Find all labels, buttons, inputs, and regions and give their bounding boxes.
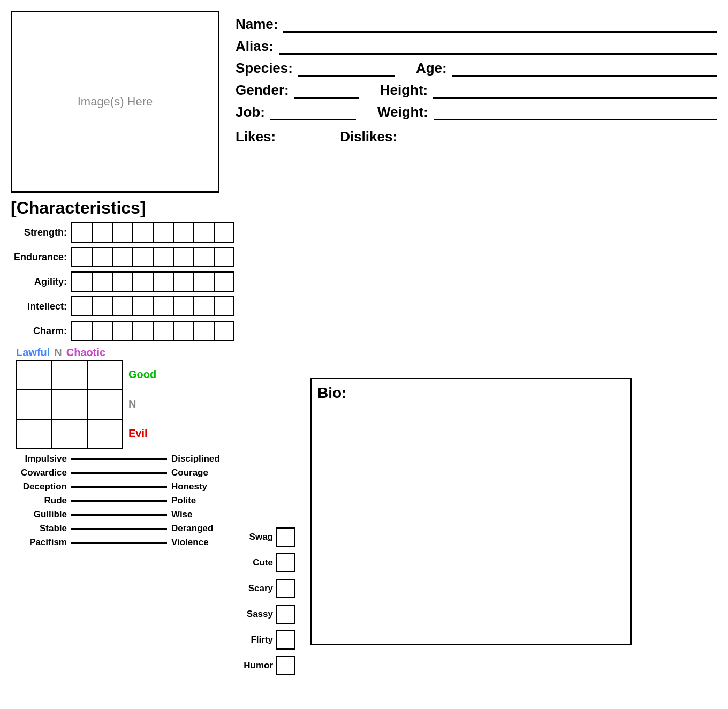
trait-line-5 [71, 528, 167, 530]
stat-row-2: Agility: [11, 271, 236, 292]
trait-right-6: Violence [171, 537, 236, 548]
alignment-cell-2 [52, 361, 88, 390]
weight-line [434, 116, 717, 120]
align-evil-label: Evil [128, 427, 156, 440]
trait-right-5: Deranged [171, 523, 236, 534]
checkbox-box-3[interactable] [276, 605, 295, 624]
checkbox-box-4[interactable] [276, 630, 295, 650]
species-age-row: Species: Age: [236, 60, 717, 77]
stat-box-2-2 [112, 271, 132, 292]
lower-section: Strength:Endurance:Agility:Intellect:Cha… [11, 222, 717, 682]
checkbox-label-2: Scary [236, 583, 273, 594]
trait-line-3 [71, 500, 167, 502]
stat-box-1-6 [193, 247, 214, 267]
checkbox-row-2: Scary [236, 579, 300, 598]
info-section: Name: Alias: Species: Age: Gender: Heigh… [236, 11, 717, 193]
weight-label: Weight: [377, 104, 428, 120]
checkbox-box-1[interactable] [276, 553, 295, 572]
trait-left-5: Stable [11, 523, 67, 534]
stat-label-1: Endurance: [11, 252, 67, 263]
stat-boxes-2 [71, 271, 234, 292]
alias-label: Alias: [236, 38, 274, 55]
checkbox-label-4: Flirty [236, 635, 273, 645]
bio-panel: Bio: [310, 378, 632, 645]
checkbox-row-4: Flirty [236, 630, 300, 650]
stat-box-4-0 [71, 321, 92, 341]
stat-box-3-5 [173, 296, 193, 316]
trait-row-1: CowardiceCourage [11, 467, 236, 478]
checkbox-box-5[interactable] [276, 656, 295, 675]
name-row: Name: [236, 16, 717, 33]
name-line [283, 28, 717, 33]
gender-height-row: Gender: Height: [236, 82, 717, 99]
trait-left-4: Gullible [11, 509, 67, 520]
stat-box-1-1 [92, 247, 112, 267]
job-label: Job: [236, 104, 265, 120]
checkbox-row-5: Humor [236, 656, 300, 675]
align-good-label: Good [128, 368, 156, 381]
checkbox-row-1: Cute [236, 553, 300, 572]
stat-boxes-0 [71, 222, 234, 243]
job-weight-row: Job: Weight: [236, 104, 717, 120]
align-chaotic-label: Chaotic [66, 346, 105, 359]
alias-row: Alias: [236, 38, 717, 55]
age-label: Age: [416, 60, 447, 77]
stat-box-3-4 [153, 296, 173, 316]
dislikes-label: Dislikes: [340, 129, 397, 145]
checkbox-row-0: Swag [236, 527, 300, 547]
species-line [298, 72, 395, 77]
stat-box-1-3 [132, 247, 153, 267]
name-label: Name: [236, 16, 278, 33]
stat-box-3-2 [112, 296, 132, 316]
align-n-center-label: N [128, 398, 156, 410]
stat-label-3: Intellect: [11, 301, 67, 312]
stat-box-0-1 [92, 222, 112, 243]
alignment-cell-5 [52, 390, 88, 420]
trait-line-6 [71, 542, 167, 544]
trait-line-1 [71, 472, 167, 474]
stat-box-4-2 [112, 321, 132, 341]
stat-box-1-0 [71, 247, 92, 267]
stat-boxes-1 [71, 247, 234, 267]
alignment-cell-4 [17, 390, 52, 420]
stat-box-4-6 [193, 321, 214, 341]
alignment-cell-6 [88, 390, 123, 420]
trait-row-0: ImpulsiveDisciplined [11, 454, 236, 464]
alignment-labels-right: Good N Evil [128, 360, 156, 448]
stat-box-3-3 [132, 296, 153, 316]
stat-boxes-4 [71, 321, 234, 341]
alignment-cell-1 [17, 361, 52, 390]
trait-row-3: RudePolite [11, 495, 236, 506]
characteristics-title: [Characteristics] [11, 198, 717, 218]
stat-box-0-2 [112, 222, 132, 243]
trait-right-2: Honesty [171, 481, 236, 492]
trait-left-6: Pacifism [11, 537, 67, 548]
trait-line-4 [71, 514, 167, 516]
height-label: Height: [380, 82, 428, 99]
stat-box-1-5 [173, 247, 193, 267]
stat-box-1-7 [214, 247, 234, 267]
stat-box-4-5 [173, 321, 193, 341]
checkbox-label-3: Sassy [236, 609, 273, 620]
stat-box-3-0 [71, 296, 92, 316]
alignment-grid-wrapper: Good N Evil [11, 360, 236, 449]
alignment-header: Lawful N Chaotic [16, 346, 236, 359]
stat-box-2-5 [173, 271, 193, 292]
stat-box-2-0 [71, 271, 92, 292]
stat-box-2-4 [153, 271, 173, 292]
bio-title: Bio: [317, 384, 625, 402]
stat-box-0-6 [193, 222, 214, 243]
stat-box-3-7 [214, 296, 234, 316]
checkbox-box-0[interactable] [276, 527, 295, 547]
job-line [270, 116, 356, 120]
stat-box-4-4 [153, 321, 173, 341]
trait-left-1: Cowardice [11, 467, 67, 478]
stat-row-4: Charm: [11, 321, 236, 341]
checkbox-box-2[interactable] [276, 579, 295, 598]
checkbox-row-3: Sassy [236, 605, 300, 624]
stat-box-2-3 [132, 271, 153, 292]
trait-left-2: Deception [11, 481, 67, 492]
align-lawful-label: Lawful [16, 346, 50, 359]
height-line [433, 94, 717, 99]
checkbox-label-5: Humor [236, 660, 273, 671]
